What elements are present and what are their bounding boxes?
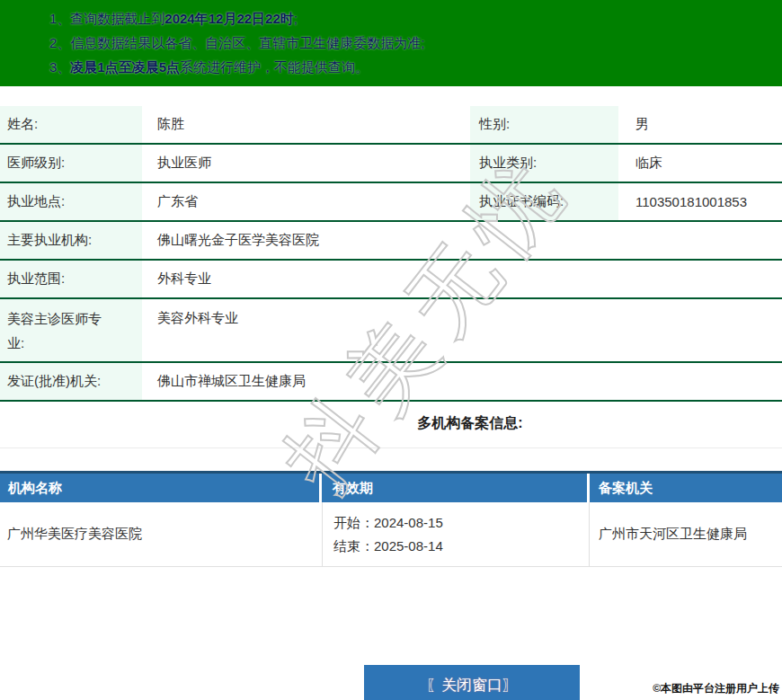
multi-institution-section-title: 多机构备案信息: [79, 414, 782, 432]
table-row: 美容主诊医师专业: 美容外科专业 [0, 299, 782, 363]
field-label-practice-location: 执业地点: [0, 183, 142, 220]
table-row: 主要执业机构: 佛山曙光金子医学美容医院 [0, 222, 782, 261]
filing-authority: 广州市天河区卫生健康局 [590, 502, 782, 567]
field-value-cosmetic-specialty: 美容外科专业 [146, 299, 782, 361]
column-header-validity-period: 有效期 [322, 474, 587, 502]
doctor-info-table: 姓名: 陈胜 性别: 男 医师级别: 执业医师 执业类别: 临床 执业地点: 广… [0, 106, 782, 402]
field-label-main-institution: 主要执业机构: [0, 222, 142, 259]
field-value-main-institution: 佛山曙光金子医学美容医院 [146, 222, 782, 259]
field-value-doctor-level: 执业医师 [146, 145, 470, 182]
field-value-practice-location: 广东省 [146, 183, 470, 220]
field-value-license-number: 110350181001853 [622, 183, 782, 220]
table-row: 执业地点: 广东省 执业证书编码: 110350181001853 [0, 183, 782, 222]
validity-end: 结束：2025-08-14 [333, 535, 589, 558]
field-value-gender: 男 [622, 106, 782, 143]
filing-table-header: 机构名称 有效期 备案机关 [0, 471, 782, 502]
table-row: 广州华美医疗美容医院 开始：2024-08-15 结束：2025-08-14 广… [0, 502, 782, 567]
table-row: 姓名: 陈胜 性别: 男 [0, 106, 782, 145]
filing-institution-name: 广州华美医疗美容医院 [0, 502, 322, 567]
notice-line-2: 2、信息数据结果以各省、自治区、直辖市卫生健康委数据为准; [49, 31, 773, 55]
field-value-practice-scope: 外科专业 [146, 261, 782, 297]
filing-table: 机构名称 有效期 备案机关 广州华美医疗美容医院 开始：2024-08-15 结… [0, 471, 782, 567]
table-row: 执业范围: 外科专业 [0, 261, 782, 299]
notice-banner: 1、查询数据截止到2024年12月22日22时; 2、信息数据结果以各省、自治区… [0, 0, 782, 86]
filing-validity-period: 开始：2024-08-15 结束：2025-08-14 [322, 502, 590, 567]
column-header-institution-name: 机构名称 [0, 474, 319, 502]
field-value-issuing-authority: 佛山市禅城区卫生健康局 [146, 363, 782, 400]
field-label-practice-category: 执业类别: [470, 145, 618, 182]
table-row: 发证(批准)机关: 佛山市禅城区卫生健康局 [0, 363, 782, 402]
field-value-practice-category: 临床 [622, 145, 782, 182]
validity-start: 开始：2024-08-15 [333, 511, 589, 535]
column-header-filing-authority: 备案机关 [590, 474, 782, 502]
divider [0, 447, 782, 448]
table-row: 医师级别: 执业医师 执业类别: 临床 [0, 145, 782, 183]
notice-line-1: 1、查询数据截止到2024年12月22日22时; [49, 6, 773, 31]
field-label-gender: 性别: [470, 106, 618, 143]
field-label-name: 姓名: [0, 106, 142, 143]
field-label-cosmetic-specialty: 美容主诊医师专业: [0, 299, 142, 361]
field-value-name: 陈胜 [146, 106, 470, 143]
close-window-button[interactable]: 〖关闭窗口〗 [364, 665, 580, 700]
notice-line-3: 3、凌晨1点至凌晨5点系统进行维护，不能提供查询。 [49, 55, 773, 79]
copyright-note: ©本图由平台注册用户上传 [653, 681, 779, 696]
field-label-practice-scope: 执业范围: [0, 261, 142, 297]
field-label-license-number: 执业证书编码: [470, 183, 618, 220]
field-label-issuing-authority: 发证(批准)机关: [0, 363, 142, 400]
field-label-doctor-level: 医师级别: [0, 145, 142, 182]
